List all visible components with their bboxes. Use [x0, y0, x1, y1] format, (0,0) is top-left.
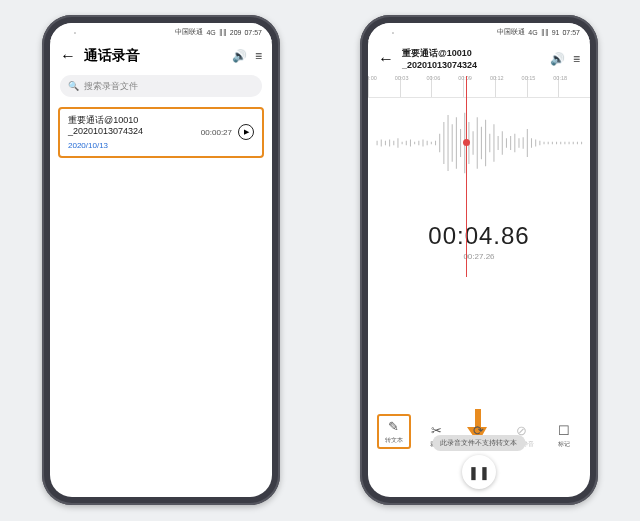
bottom-controls: ✎ 转文本 ✂ 裁剪 ⟳ 倍速 ⊘ 跳过静音 ☐ 标记: [368, 414, 590, 489]
menu-icon[interactable]: ≡: [573, 53, 580, 65]
pause-icon: ❚❚: [468, 465, 490, 480]
status-signal: ‖‖: [541, 28, 549, 36]
time-ruler[interactable]: 00:00 00:03 00:06 00:09 00:12 00:15 00:1…: [368, 76, 590, 98]
ruler-tick: 00:00: [368, 75, 377, 81]
status-carrier: 中国联通: [497, 27, 525, 37]
ruler-tick: 00:06: [426, 75, 440, 81]
menu-icon[interactable]: ≡: [255, 50, 262, 62]
tool-transcribe[interactable]: ✎ 转文本: [377, 414, 411, 449]
ruler-tick: 00:03: [395, 75, 409, 81]
back-icon[interactable]: ←: [378, 51, 394, 67]
status-carrier: 中国联通: [175, 27, 203, 37]
speaker-icon[interactable]: 🔊: [550, 52, 565, 66]
play-icon[interactable]: ▶: [238, 124, 254, 140]
tool-bookmark[interactable]: ☐ 标记: [547, 422, 581, 449]
recording-duration: 00:00:27: [201, 128, 232, 137]
page-title: 通话录音: [84, 47, 224, 65]
search-placeholder: 搜索录音文件: [84, 80, 138, 93]
status-bar: • 中国联通 4G ‖‖ 209 07:57: [50, 23, 272, 41]
playhead-dot[interactable]: [463, 139, 470, 146]
recording-name-line1: 重要通话@10010: [68, 115, 201, 126]
elapsed-time: 00:04.86: [368, 222, 590, 250]
back-icon[interactable]: ←: [60, 48, 76, 64]
recording-date: 2020/10/13: [68, 141, 201, 150]
screen-right: • 中国联通 4G ‖‖ 91 07:57 ← 重要通话@10010 _2020…: [368, 23, 590, 497]
status-battery: 91: [552, 29, 560, 36]
ruler-tick: 00:15: [522, 75, 536, 81]
recording-info: 重要通话@10010 _20201013074324 2020/10/13: [68, 115, 201, 150]
recording-item[interactable]: 重要通话@10010 _20201013074324 2020/10/13 00…: [58, 107, 264, 158]
status-network: 4G: [206, 29, 215, 36]
bookmark-icon: ☐: [558, 422, 570, 438]
pause-button[interactable]: ❚❚: [462, 455, 496, 489]
page-title: 重要通话@10010 _20201013074324: [402, 47, 542, 70]
speaker-icon[interactable]: 🔊: [232, 49, 247, 63]
title-line2: _20201013074324: [402, 60, 542, 70]
status-time: 07:57: [244, 29, 262, 36]
ruler-tick: 00:18: [553, 75, 567, 81]
search-input[interactable]: 🔍 搜索录音文件: [60, 75, 262, 97]
waveform[interactable]: [368, 98, 590, 188]
status-battery: 209: [230, 29, 242, 36]
toolbar: ✎ 转文本 ✂ 裁剪 ⟳ 倍速 ⊘ 跳过静音 ☐ 标记: [377, 414, 581, 449]
tool-label: 标记: [558, 440, 570, 449]
toast-message: 此录音文件不支持转文本: [432, 435, 525, 451]
transcribe-icon: ✎: [388, 418, 399, 434]
title-line1: 重要通话@10010: [402, 47, 542, 60]
playback-timer: 00:04.86 00:27.26: [368, 222, 590, 261]
status-signal: ‖‖: [219, 28, 227, 36]
app-header: ← 重要通话@10010 _20201013074324 🔊 ≡: [368, 41, 590, 74]
status-network: 4G: [528, 29, 537, 36]
phone-frame-right: • 中国联通 4G ‖‖ 91 07:57 ← 重要通话@10010 _2020…: [360, 15, 598, 505]
phone-frame-left: • 中国联通 4G ‖‖ 209 07:57 ← 通话录音 🔊 ≡ 🔍 搜索录音…: [42, 15, 280, 505]
status-time: 07:57: [562, 29, 580, 36]
app-header: ← 通话录音 🔊 ≡: [50, 41, 272, 69]
status-bar: • 中国联通 4G ‖‖ 91 07:57: [368, 23, 590, 41]
ruler-tick: 00:12: [490, 75, 504, 81]
screen-left: • 中国联通 4G ‖‖ 209 07:57 ← 通话录音 🔊 ≡ 🔍 搜索录音…: [50, 23, 272, 497]
tool-label: 转文本: [385, 436, 403, 445]
total-time: 00:27.26: [368, 252, 590, 261]
search-icon: 🔍: [68, 81, 79, 91]
recording-name-line2: _20201013074324: [68, 126, 201, 137]
